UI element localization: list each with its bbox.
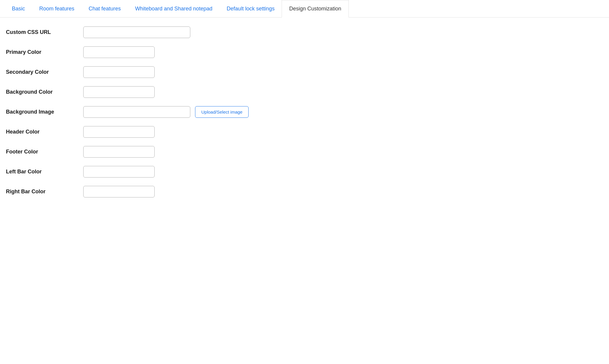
form-row-right-bar-color: Right Bar Color	[6, 186, 291, 197]
input-custom-css-url[interactable]	[83, 26, 190, 38]
tab-whiteboard[interactable]: Whiteboard and Shared notepad	[128, 0, 219, 17]
input-right-bar-color[interactable]	[83, 186, 155, 197]
form-row-secondary-color: Secondary Color	[6, 66, 291, 78]
input-primary-color[interactable]	[83, 46, 155, 58]
label-secondary-color: Secondary Color	[6, 69, 83, 75]
form-row-background-color: Background Color	[6, 86, 291, 98]
input-background-image[interactable]	[83, 106, 190, 118]
label-left-bar-color: Left Bar Color	[6, 169, 83, 175]
form-row-left-bar-color: Left Bar Color	[6, 166, 291, 178]
label-custom-css-url: Custom CSS URL	[6, 29, 83, 35]
upload-button[interactable]: Upload/Select image	[195, 106, 249, 118]
input-background-color[interactable]	[83, 86, 155, 98]
form-row-background-image: Background ImageUpload/Select image	[6, 106, 291, 118]
form-row-primary-color: Primary Color	[6, 46, 291, 58]
input-footer-color[interactable]	[83, 146, 155, 158]
form-row-header-color: Header Color	[6, 126, 291, 138]
input-left-bar-color[interactable]	[83, 166, 155, 178]
input-header-color[interactable]	[83, 126, 155, 138]
label-primary-color: Primary Color	[6, 49, 83, 55]
input-secondary-color[interactable]	[83, 66, 155, 78]
label-background-image: Background Image	[6, 109, 83, 115]
tab-bar: BasicRoom featuresChat featuresWhiteboar…	[0, 0, 609, 18]
content-area: Custom CSS URLPrimary ColorSecondary Col…	[0, 18, 297, 218]
label-right-bar-color: Right Bar Color	[6, 189, 83, 195]
tab-room-features[interactable]: Room features	[32, 0, 81, 17]
form-row-footer-color: Footer Color	[6, 146, 291, 158]
label-header-color: Header Color	[6, 129, 83, 135]
tab-design-customization[interactable]: Design Customization	[282, 0, 349, 18]
tab-basic[interactable]: Basic	[5, 0, 32, 17]
form-row-custom-css-url: Custom CSS URL	[6, 26, 291, 38]
label-background-color: Background Color	[6, 89, 83, 95]
label-footer-color: Footer Color	[6, 149, 83, 155]
tab-chat-features[interactable]: Chat features	[81, 0, 128, 17]
tab-default-lock[interactable]: Default lock settings	[219, 0, 282, 17]
